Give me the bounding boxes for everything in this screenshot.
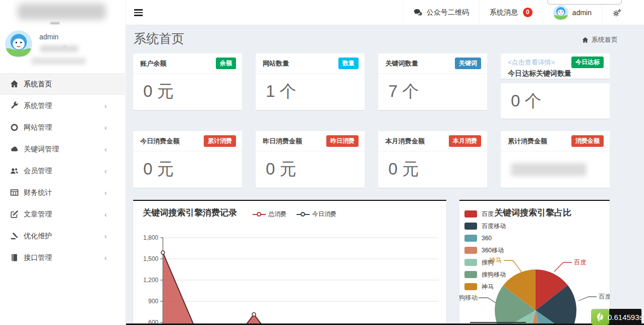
card-value: 0 元 [143, 80, 174, 103]
sidebar-user-panel: admin = [0, 25, 126, 72]
card-value: 0 元 [388, 158, 419, 181]
legend-label: 搜狗移动 [482, 270, 506, 279]
card-title: 今日达标关键词数量 [508, 69, 604, 78]
chevron-left-icon: ‹ [104, 145, 107, 153]
card-title: 网站数量 [263, 59, 289, 68]
sidebar-item-4[interactable]: 会员管理‹ [0, 160, 126, 182]
svg-text:900: 900 [148, 298, 158, 305]
sidebar-item-2[interactable]: 网站管理‹ [0, 117, 126, 138]
svg-text:1,200: 1,200 [143, 277, 158, 284]
stat-card-body: 0 个 [501, 83, 610, 119]
stat-card-5: 昨日消费金额昨日消费0 元 [256, 131, 365, 188]
messages-menu-item[interactable]: 系统消息 0 [479, 0, 543, 25]
pie-legend-item[interactable]: 百度移动 [464, 220, 506, 232]
clipped-legend-artifact [470, 322, 526, 323]
stat-card-header: <点击查看详情>今日达标今日达标关键词数量 [501, 53, 610, 79]
sidebar-item-8[interactable]: 接口管理‹ [0, 247, 126, 268]
legend-marker [253, 214, 266, 215]
sidebar-item-3[interactable]: 关键词管理‹ [0, 138, 126, 160]
wrench-icon [10, 101, 19, 110]
qrcode-menu-item[interactable]: 公众号二维码 [403, 0, 479, 25]
redacted-user-line [40, 45, 78, 52]
legend-item[interactable]: 总消费 [253, 210, 286, 219]
legend-swatch [464, 223, 477, 230]
message-count-badge: 0 [523, 8, 533, 17]
page-title: 系统首页 [134, 30, 184, 47]
stat-card-header: 关键词数量关键词 [378, 53, 487, 74]
card-badge: 累计消费 [204, 135, 236, 147]
card-value: 7 个 [388, 80, 419, 103]
card-title: 本月消费金额 [385, 137, 425, 146]
sidebar-item-1[interactable]: 系统管理‹ [0, 95, 126, 117]
stat-card-body: 0 元 [378, 151, 487, 187]
stat-card-body: 7 个 [378, 74, 487, 110]
breadcrumb-label: 系统首页 [592, 35, 618, 44]
svg-text:百度移动: 百度移动 [599, 293, 610, 300]
svg-text:1,500: 1,500 [143, 255, 158, 262]
legend-swatch [464, 283, 477, 290]
topbar: 公众号二维码 系统消息 0 admin [0, 0, 644, 25]
stat-card-3: <点击查看详情>今日达标今日达标关键词数量0 个 [501, 53, 610, 110]
sidebar-item-label: 文章管理 [24, 210, 52, 219]
legend-label: 搜狗 [482, 258, 494, 267]
legend-marker [297, 214, 310, 215]
sidebar-item-0[interactable]: 系统首页 [0, 73, 126, 95]
stat-card-1: 网站数量数量1 个 [256, 53, 365, 110]
sidebar-item-7[interactable]: 优化维护‹ [0, 225, 126, 247]
logo-area[interactable] [0, 0, 126, 25]
legend-label: 百度移动 [482, 222, 506, 231]
breadcrumb[interactable]: 系统首页 [582, 35, 618, 44]
sidebar-item-5[interactable]: 财务统计‹ [0, 182, 126, 203]
chevron-left-icon: ‹ [104, 101, 107, 110]
sidebar-item-label: 系统首页 [24, 80, 52, 89]
card-title: 今日消费金额 [140, 137, 180, 146]
legend-swatch [464, 247, 477, 254]
pie-legend-item[interactable]: 搜狗移动 [464, 268, 506, 281]
stat-card-body: 0 元 [133, 74, 242, 110]
sidebar-toggle-button[interactable] [127, 0, 149, 25]
pie-legend-item[interactable]: 搜狗 [464, 256, 506, 268]
dropdown-remnant [547, 0, 622, 5]
pie-legend-item[interactable]: 360 [464, 232, 506, 244]
card-badge: 数量 [338, 58, 359, 69]
legend-label: 总消费 [268, 210, 286, 219]
sidebar-item-label: 网站管理 [24, 123, 52, 132]
pie-legend-item[interactable]: 神马 [464, 281, 506, 293]
load-time-badge[interactable]: 0.614593s [591, 309, 641, 325]
line-chart-panel: 关键词搜索引擎消费记录 总消费今日消费 6009001,2001,5001,80… [133, 200, 446, 325]
card-value: 1 个 [266, 80, 297, 103]
sidebar-avatar-icon [5, 30, 32, 58]
view-details-link[interactable]: <点击查看详情> [508, 58, 555, 67]
sidebar-item-6[interactable]: 文章管理‹ [0, 203, 126, 225]
card-badge: 本月消费 [449, 135, 481, 147]
redacted-user-line [31, 58, 86, 65]
pie-chart-title: 关键词搜索引擎占比 [494, 207, 571, 219]
stat-card-header: 本月消费金额本月消费 [378, 131, 487, 151]
legend-label: 今日消费 [312, 210, 336, 219]
stat-card-2: 关键词数量关键词7 个 [378, 53, 487, 110]
stat-card-body: 0 元 [133, 151, 242, 187]
stat-card-7: 累计消费金额消费金额 [501, 131, 610, 188]
card-title: 累计消费金额 [508, 137, 547, 146]
messages-label: 系统消息 [490, 8, 518, 17]
stat-card-body [501, 151, 610, 187]
svg-text:百度: 百度 [574, 259, 587, 266]
legend-swatch [464, 259, 477, 266]
sidebar-item-label: 会员管理 [24, 167, 52, 176]
sidebar-item-label: 优化维护 [24, 232, 52, 241]
pie-chart-panel: 关键词搜索引擎占比 百度百度移动360360移动搜狗搜狗移动神马 神马百度百度移… [459, 200, 610, 325]
gavel-icon [10, 232, 19, 240]
pie-legend-item[interactable]: 360移动 [464, 244, 506, 256]
legend-label: 360 [482, 235, 492, 242]
stat-card-header: 今日消费金额累计消费 [133, 131, 242, 151]
sidebar-item-label: 接口管理 [24, 253, 52, 262]
stat-card-6: 本月消费金额本月消费0 元 [378, 131, 487, 188]
legend-item[interactable]: 今日消费 [297, 210, 336, 219]
qrcode-label: 公众号二维码 [427, 8, 469, 17]
edit-icon [10, 210, 19, 219]
card-value: 0 元 [143, 158, 174, 181]
card-value: 0 元 [266, 158, 297, 181]
book-icon [10, 253, 19, 262]
card-value: 0 个 [511, 90, 542, 113]
topbar-username: admin [572, 9, 592, 17]
